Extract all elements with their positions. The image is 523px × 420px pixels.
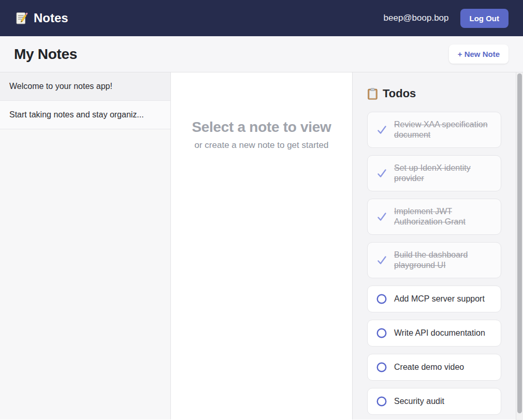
- todo-text: Write API documentation: [394, 328, 485, 338]
- check-icon[interactable]: [376, 168, 387, 179]
- todo-item[interactable]: Add MCP server support: [367, 286, 501, 312]
- note-viewer: Select a note to view or create a new no…: [171, 72, 352, 419]
- todo-item[interactable]: Review XAA specification document: [367, 112, 501, 148]
- note-list-item[interactable]: Welcome to your notes app!: [0, 72, 170, 101]
- page-title: My Notes: [14, 46, 77, 63]
- empty-state-subtitle: or create a new note to get started: [195, 140, 329, 151]
- circle-icon[interactable]: [376, 327, 387, 339]
- app-logo: Notes: [14, 11, 68, 25]
- page-header: My Notes + New Note: [0, 36, 523, 72]
- app-title: Notes: [34, 11, 68, 25]
- todo-item[interactable]: Create demo video: [367, 354, 501, 381]
- todo-list: Review XAA specification documentSet up …: [367, 112, 501, 415]
- vertical-scrollbar-thumb[interactable]: [517, 73, 522, 413]
- note-title: Start taking notes and stay organiz...: [9, 110, 144, 119]
- todo-text: Set up IdenX identity provider: [394, 163, 492, 184]
- todo-text: Review XAA specification document: [394, 119, 492, 140]
- todo-item[interactable]: Implement JWT Authorization Grant: [367, 199, 501, 235]
- todo-item[interactable]: Set up IdenX identity provider: [367, 155, 501, 191]
- navbar: Notes beep@boop.bop Log Out: [0, 0, 523, 36]
- todos-title: Todos: [367, 87, 501, 100]
- todo-item[interactable]: Build the dashboard playground UI: [367, 242, 501, 278]
- navbar-right: beep@boop.bop Log Out: [384, 9, 509, 28]
- todo-text: Implement JWT Authorization Grant: [394, 206, 492, 227]
- note-list-item[interactable]: Start taking notes and stay organiz...: [0, 101, 170, 129]
- clipboard-icon: [367, 88, 378, 100]
- todo-item[interactable]: Security audit: [367, 388, 501, 415]
- check-icon[interactable]: [376, 254, 387, 266]
- content-area: Welcome to your notes app!Start taking n…: [0, 72, 523, 419]
- logout-button[interactable]: Log Out: [460, 9, 509, 28]
- circle-icon[interactable]: [376, 293, 387, 305]
- new-note-button[interactable]: + New Note: [449, 44, 509, 64]
- todo-text: Security audit: [394, 396, 444, 407]
- note-list: Welcome to your notes app!Start taking n…: [0, 72, 170, 129]
- todo-text: Add MCP server support: [394, 294, 485, 304]
- circle-icon[interactable]: [376, 396, 387, 407]
- circle-icon[interactable]: [376, 362, 387, 373]
- empty-state-title: Select a note to view: [192, 119, 331, 136]
- todo-text: Build the dashboard playground UI: [394, 250, 492, 271]
- memo-icon: [14, 11, 28, 25]
- vertical-scrollbar-track[interactable]: [516, 72, 523, 420]
- todo-text: Create demo video: [394, 362, 464, 372]
- check-icon[interactable]: [376, 124, 387, 136]
- todos-title-text: Todos: [383, 87, 416, 100]
- notes-sidebar: Welcome to your notes app!Start taking n…: [0, 72, 171, 419]
- todo-item[interactable]: Write API documentation: [367, 320, 501, 347]
- note-title: Welcome to your notes app!: [9, 82, 112, 91]
- todos-panel: Todos Review XAA specification documentS…: [352, 72, 523, 419]
- check-icon[interactable]: [376, 211, 387, 222]
- user-email: beep@boop.bop: [384, 13, 449, 23]
